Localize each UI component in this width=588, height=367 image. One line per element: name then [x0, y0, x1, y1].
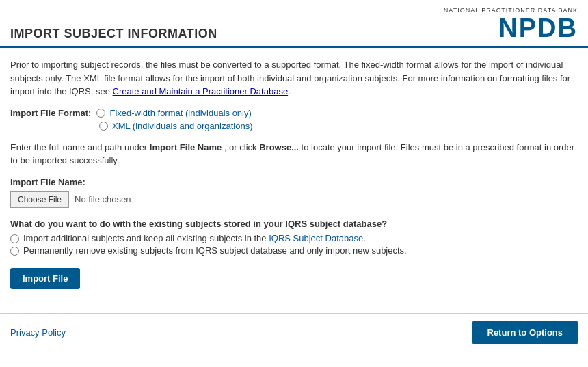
format-row-2: XML (individuals and organizations) — [99, 121, 578, 131]
fixed-width-radio[interactable] — [96, 109, 105, 118]
page-footer: Privacy Policy Return to Options — [0, 313, 588, 351]
permanently-remove-radio[interactable] — [10, 247, 19, 256]
existing-option-2: Permanently remove existing subjects fro… — [10, 245, 578, 256]
import-format-section: Import File Format: Fixed-width format (… — [10, 108, 578, 131]
page-title: IMPORT SUBJECT INFORMATION — [10, 27, 217, 41]
existing-option-1: Import additional subjects and keep all … — [10, 233, 578, 243]
existing-question: What do you want to do with the existing… — [10, 219, 578, 229]
existing-option-1-text: Import additional subjects and keep all … — [23, 233, 366, 243]
privacy-policy-link[interactable]: Privacy Policy — [10, 327, 66, 338]
logo-text: NPDB — [498, 14, 578, 42]
existing-option-2-text: Permanently remove existing subjects fro… — [23, 245, 407, 256]
no-file-text: No file chosen — [75, 194, 131, 204]
page-header: IMPORT SUBJECT INFORMATION National Prac… — [0, 0, 588, 48]
intro-paragraph: Prior to importing subject records, the … — [10, 58, 578, 98]
format-row-1: Import File Format: Fixed-width format (… — [10, 108, 578, 118]
fixed-width-label: Fixed-width format (individuals only) — [109, 108, 251, 118]
intro-text-after: . — [288, 86, 291, 96]
format-label: Import File Format: — [10, 108, 91, 118]
file-input-row: Choose File No file chosen — [10, 191, 578, 208]
description-text: Enter the full name and path under Impor… — [10, 141, 578, 167]
main-content: Prior to importing subject records, the … — [0, 48, 588, 306]
import-file-button[interactable]: Import File — [10, 268, 80, 289]
logo-area: National Practitioner Data Bank NPDB — [444, 7, 578, 41]
existing-subjects-section: What do you want to do with the existing… — [10, 219, 578, 256]
iqrs-subject-database-link[interactable]: IQRS Subject Database — [269, 233, 363, 243]
create-maintain-link[interactable]: Create and Maintain a Practitioner Datab… — [113, 86, 289, 96]
xml-label: XML (individuals and organizations) — [112, 121, 252, 131]
choose-file-button[interactable]: Choose File — [10, 191, 69, 208]
return-to-options-button[interactable]: Return to Options — [472, 321, 578, 344]
file-name-label: Import File Name: — [10, 177, 578, 187]
import-additional-radio[interactable] — [10, 234, 19, 243]
file-name-section: Import File Name: Choose File No file ch… — [10, 177, 578, 208]
logo-subtitle: National Practitioner Data Bank — [444, 7, 578, 14]
xml-radio[interactable] — [99, 122, 108, 131]
